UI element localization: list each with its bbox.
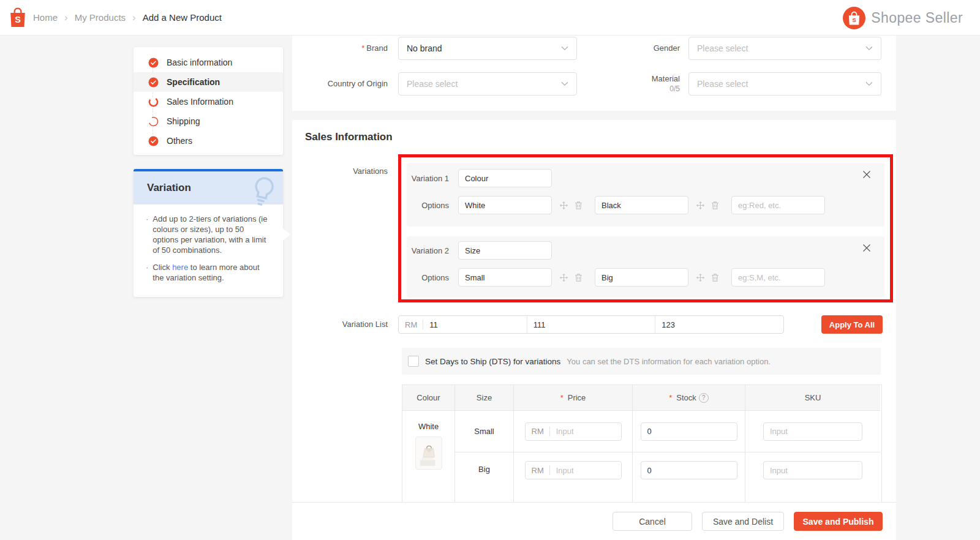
price-value-input[interactable] xyxy=(550,466,621,475)
bullet-icon: · xyxy=(146,262,148,283)
variation-2-block: Variation 2 Options xyxy=(407,236,884,298)
required-mark: * xyxy=(560,393,564,402)
breadcrumb-current-page: Add a New Product xyxy=(143,12,222,23)
currency-prefix: RM xyxy=(399,320,423,329)
size-cell-row-2: Big xyxy=(455,452,514,502)
price-input-row-1[interactable]: RM xyxy=(525,422,622,441)
currency-prefix: RM xyxy=(526,466,549,475)
tip-bullet-1-text: Add up to 2-tiers of variations (ie colo… xyxy=(153,214,271,255)
drag-move-icon[interactable] xyxy=(559,273,568,282)
variation-list-stock-input[interactable] xyxy=(527,320,655,329)
drag-move-icon[interactable] xyxy=(559,201,568,210)
stock-help-icon[interactable]: ? xyxy=(699,393,709,403)
sku-input-row-1[interactable] xyxy=(763,422,862,441)
delete-option-icon[interactable] xyxy=(575,273,582,282)
top-header: S Home › My Products › Add a New Product… xyxy=(0,0,980,36)
delete-option-icon[interactable] xyxy=(575,201,582,209)
drag-move-icon[interactable] xyxy=(696,273,705,282)
dts-checkbox-label[interactable]: Set Days to Ship (DTS) for variations xyxy=(425,357,560,366)
remove-variation-2-icon[interactable] xyxy=(862,244,871,252)
price-cell-row-1: RM xyxy=(514,411,633,452)
required-mark: * xyxy=(361,43,364,53)
tip-bullet-2: · Click here to learn more about the var… xyxy=(146,262,271,283)
stepper-item-sales-information[interactable]: Sales Information xyxy=(134,92,283,111)
gender-label: Gender xyxy=(588,37,680,60)
stepper-item-basic-information[interactable]: Basic information xyxy=(134,53,283,72)
variation-2-option-2-input[interactable] xyxy=(595,268,688,287)
variation-list-label: Variation List xyxy=(292,315,388,334)
options-label: Options xyxy=(407,273,449,282)
save-and-publish-button[interactable]: Save and Publish xyxy=(794,512,883,531)
stock-input-row-2[interactable] xyxy=(641,461,737,479)
variation-tip-title: Variation xyxy=(147,182,191,194)
stepper-item-label: Others xyxy=(167,136,192,146)
apply-to-all-button[interactable]: Apply To All xyxy=(821,315,883,334)
variation-1-option-1-input[interactable] xyxy=(458,196,552,214)
breadcrumb-separator-icon: › xyxy=(132,12,136,23)
svg-text:S: S xyxy=(15,15,21,24)
dts-checkbox[interactable] xyxy=(408,356,419,367)
variation-1-option-2-input[interactable] xyxy=(595,196,688,214)
gender-select[interactable]: Please select xyxy=(688,37,881,60)
sku-input-row-2[interactable] xyxy=(763,461,862,479)
column-header-stock: *Stock ? xyxy=(633,385,745,411)
chevron-down-icon xyxy=(865,46,873,51)
colour-cell: White xyxy=(402,411,455,502)
sku-cell-row-1 xyxy=(745,411,880,452)
variation-list-price-input[interactable] xyxy=(423,320,526,329)
variations-label: Variations xyxy=(292,167,388,176)
chevron-down-icon xyxy=(561,81,568,86)
variation-1-new-option-input[interactable] xyxy=(731,196,825,214)
delete-option-icon[interactable] xyxy=(711,273,719,282)
drag-move-icon[interactable] xyxy=(696,201,705,210)
currency-prefix: RM xyxy=(526,427,549,436)
brand-select[interactable]: No brand xyxy=(398,37,577,60)
material-label: Material 0/5 xyxy=(588,74,680,93)
column-header-colour: Colour xyxy=(402,385,455,411)
chevron-down-icon xyxy=(561,46,568,51)
stock-cell-row-2 xyxy=(633,452,745,502)
cancel-button[interactable]: Cancel xyxy=(612,512,692,531)
stepper-item-shipping[interactable]: Shipping xyxy=(134,111,283,131)
variation-1-name-input[interactable] xyxy=(458,169,552,187)
tip-card-pointer xyxy=(283,228,290,241)
breadcrumb-my-products[interactable]: My Products xyxy=(75,12,126,23)
step-done-icon xyxy=(148,136,159,146)
price-value-input[interactable] xyxy=(550,427,621,436)
variation-list-input-group: RM xyxy=(398,315,784,334)
tip-bullet-2-text: Click here to learn more about the varia… xyxy=(153,262,271,283)
breadcrumb-home[interactable]: Home xyxy=(33,12,58,23)
country-of-origin-select[interactable]: Please select xyxy=(398,72,577,96)
brand-label: *Brand xyxy=(292,37,388,60)
step-in-progress-icon xyxy=(148,116,159,127)
stock-input-row-1[interactable] xyxy=(641,422,737,441)
country-of-origin-label: Country of Origin xyxy=(292,72,388,96)
remove-variation-1-icon[interactable] xyxy=(862,170,871,179)
variation-tip-header: Variation xyxy=(134,171,283,204)
colour-value: White xyxy=(418,422,439,431)
options-label: Options xyxy=(407,201,449,210)
variation-2-new-option-input[interactable] xyxy=(731,268,825,287)
breadcrumb: Home › My Products › Add a New Product xyxy=(33,12,222,23)
stepper-item-label: Shipping xyxy=(167,116,200,126)
variation-2-name-input[interactable] xyxy=(458,241,552,260)
variation-list-sku-input[interactable] xyxy=(655,320,783,329)
save-and-delist-button[interactable]: Save and Delist xyxy=(702,512,784,531)
sku-cell-row-2 xyxy=(745,452,880,502)
stepper-item-specification[interactable]: Specification xyxy=(134,72,283,92)
delete-option-icon[interactable] xyxy=(711,201,719,209)
stepper-item-others[interactable]: Others xyxy=(134,131,283,151)
material-select[interactable]: Please select xyxy=(688,72,881,96)
price-input-row-2[interactable]: RM xyxy=(525,461,622,479)
learn-more-link[interactable]: here xyxy=(172,263,188,272)
sales-information-title: Sales Information xyxy=(305,131,393,143)
shopee-seller-badge-icon: S xyxy=(843,7,865,29)
variation-2-label: Variation 2 xyxy=(407,246,449,255)
dts-bar: Set Days to Ship (DTS) for variations Yo… xyxy=(402,348,881,375)
specification-form-card: *Brand No brand Gender Please select Cou… xyxy=(292,36,896,111)
shopee-bag-icon[interactable]: S xyxy=(9,7,27,28)
product-image-thumbnail[interactable] xyxy=(415,437,442,470)
variation-2-option-1-input[interactable] xyxy=(458,268,552,287)
variation-1-block: Variation 1 Options xyxy=(407,163,884,227)
variation-tip-body: · Add up to 2-tiers of variations (ie co… xyxy=(134,204,283,283)
